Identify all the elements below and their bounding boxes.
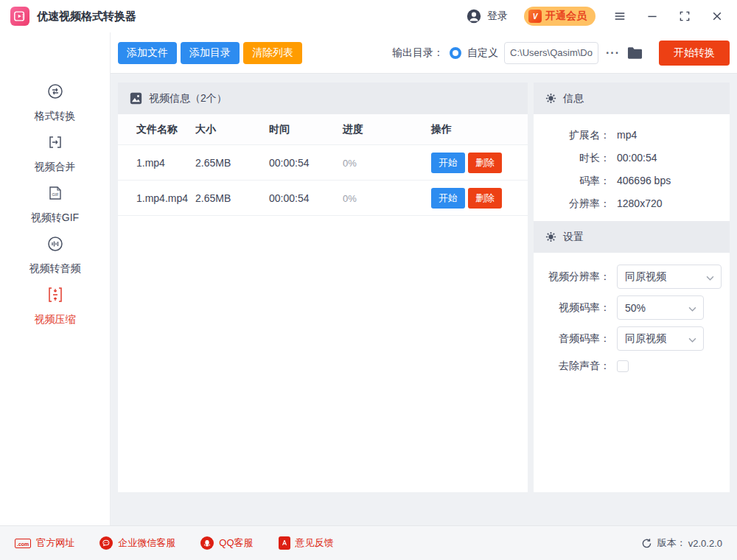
app-logo-icon bbox=[10, 7, 29, 26]
footer-link-label: 企业微信客服 bbox=[118, 536, 175, 550]
sidebar-item-video-to-gif[interactable]: GIF 视频转GIF bbox=[0, 184, 110, 225]
setting-remove-audio: 去除声音： bbox=[534, 360, 730, 373]
remove-audio-checkbox[interactable] bbox=[617, 360, 629, 372]
file-list-panel: 视频信息（2个） 文件名称 大小 时间 进度 操作 1.mp4 2.65MB 0… bbox=[118, 83, 528, 492]
sidebar-item-video-to-audio[interactable]: 视频转音频 bbox=[0, 235, 110, 276]
feedback-link[interactable]: 意见反馈 bbox=[279, 536, 334, 550]
video-to-gif-icon: GIF bbox=[46, 184, 64, 205]
app-title: 优速视频格式转换器 bbox=[37, 10, 136, 24]
more-options-button[interactable]: ··· bbox=[604, 46, 621, 60]
col-time: 时间 bbox=[269, 123, 343, 136]
chevron-down-icon bbox=[688, 302, 696, 314]
info-row-bitrate: 码率： 406696 bps bbox=[534, 169, 730, 192]
file-time: 00:00:54 bbox=[269, 157, 343, 169]
table-row[interactable]: 1.mp4 2.65MB 00:00:54 0% 开始 删除 bbox=[118, 145, 528, 181]
custom-radio[interactable] bbox=[450, 47, 461, 59]
titlebar-right: 登录 V 开通会员 bbox=[466, 7, 725, 26]
login-button[interactable]: 登录 bbox=[466, 8, 508, 24]
field-value: 1280x720 bbox=[617, 192, 663, 215]
footer-link-label: 意见反馈 bbox=[296, 536, 334, 550]
progress-cell: 0% bbox=[343, 157, 431, 169]
resolution-select[interactable]: 同原视频 bbox=[617, 265, 722, 289]
setting-video-bitrate: 视频码率： 50% bbox=[534, 295, 730, 320]
video-bitrate-select[interactable]: 50% bbox=[617, 295, 704, 320]
wechat-icon bbox=[99, 536, 113, 550]
custom-radio-label: 自定义 bbox=[467, 46, 498, 60]
version-label: 版本： bbox=[657, 536, 686, 550]
sidebar-item-label: 视频合并 bbox=[35, 161, 76, 174]
info-row-duration: 时长： 00:00:54 bbox=[534, 147, 730, 169]
file-panel-header: 视频信息（2个） bbox=[118, 83, 528, 114]
output-dir-label: 输出目录： bbox=[392, 46, 444, 60]
info-panel-title: 信息 bbox=[563, 92, 584, 105]
sidebar-item-video-merge[interactable]: 视频合并 bbox=[0, 133, 110, 174]
file-size: 2.65MB bbox=[195, 192, 269, 204]
progress-value: 0% bbox=[343, 158, 357, 169]
col-progress: 进度 bbox=[343, 123, 431, 136]
info-panel-header: 信息 bbox=[534, 83, 730, 114]
maximize-button[interactable] bbox=[677, 8, 693, 24]
refresh-icon[interactable] bbox=[641, 538, 652, 549]
setting-label: 去除声音： bbox=[534, 360, 610, 373]
field-label: 时长： bbox=[534, 147, 610, 169]
settings-panel-title: 设置 bbox=[563, 231, 584, 244]
row-actions: 开始 删除 bbox=[431, 153, 528, 173]
main-area: 添加文件 添加目录 清除列表 输出目录： 自定义 ··· 开始转换 bbox=[111, 32, 737, 525]
row-delete-button[interactable]: 删除 bbox=[468, 188, 502, 209]
video-compress-icon bbox=[46, 286, 64, 307]
minimize-button[interactable] bbox=[644, 8, 660, 24]
footer-link-label: 官方网址 bbox=[36, 536, 74, 550]
svg-text:GIF: GIF bbox=[52, 192, 59, 197]
table-header-row: 文件名称 大小 时间 进度 操作 bbox=[118, 114, 528, 145]
vip-icon: V bbox=[528, 10, 542, 23]
add-file-button[interactable]: 添加文件 bbox=[118, 42, 177, 64]
footer-link-label: QQ客服 bbox=[219, 536, 253, 550]
chevron-down-icon bbox=[706, 271, 714, 283]
info-row-extension: 扩展名： mp4 bbox=[534, 124, 730, 147]
info-fields: 扩展名： mp4 时长： 00:00:54 码率： 406696 bps 分 bbox=[534, 114, 730, 221]
footer: .com 官方网址 企业微信客服 QQ客服 意见反馈 bbox=[0, 525, 737, 560]
setting-resolution: 视频分辨率： 同原视频 bbox=[534, 265, 730, 289]
row-start-button[interactable]: 开始 bbox=[431, 188, 465, 209]
settings-panel-header: 设置 bbox=[534, 221, 730, 253]
sidebar-item-label: 视频转音频 bbox=[29, 262, 81, 276]
audio-bitrate-select[interactable]: 同原视频 bbox=[617, 326, 704, 351]
setting-label: 视频分辨率： bbox=[534, 270, 610, 284]
file-panel-title: 视频信息（2个） bbox=[149, 92, 227, 105]
close-button[interactable] bbox=[709, 8, 725, 24]
add-dir-button[interactable]: 添加目录 bbox=[181, 42, 240, 64]
clear-list-button[interactable]: 清除列表 bbox=[243, 42, 302, 64]
folder-icon[interactable] bbox=[627, 46, 643, 60]
footer-links: .com 官方网址 企业微信客服 QQ客服 意见反馈 bbox=[15, 536, 334, 550]
selected-value: 50% bbox=[625, 302, 646, 314]
wechat-support-link[interactable]: 企业微信客服 bbox=[99, 536, 175, 550]
setting-label: 音频码率： bbox=[534, 332, 610, 346]
table-row[interactable]: 1.mp4.mp4 2.65MB 00:00:54 0% 开始 删除 bbox=[118, 181, 528, 216]
gear-icon bbox=[545, 93, 556, 104]
progress-value: 0% bbox=[343, 193, 357, 204]
toolbar: 添加文件 添加目录 清除列表 输出目录： 自定义 ··· 开始转换 bbox=[111, 32, 737, 74]
row-delete-button[interactable]: 删除 bbox=[468, 153, 502, 173]
menu-button[interactable] bbox=[612, 8, 628, 24]
login-label: 登录 bbox=[487, 10, 508, 23]
titlebar-left: 优速视频格式转换器 bbox=[10, 7, 136, 26]
col-file-name: 文件名称 bbox=[118, 123, 195, 136]
vip-label: 开通会员 bbox=[545, 10, 587, 23]
official-site-link[interactable]: .com 官方网址 bbox=[15, 536, 74, 550]
start-convert-button[interactable]: 开始转换 bbox=[659, 41, 730, 66]
sidebar-item-label: 视频压缩 bbox=[35, 313, 76, 326]
version-value: v2.0.2.0 bbox=[688, 538, 722, 549]
output-dir-group: 输出目录： 自定义 ··· 开始转换 bbox=[392, 41, 730, 66]
sidebar-item-video-compress[interactable]: 视频压缩 bbox=[0, 286, 110, 326]
vip-button[interactable]: V 开通会员 bbox=[524, 7, 595, 26]
field-value: mp4 bbox=[617, 124, 637, 147]
col-actions: 操作 bbox=[431, 123, 528, 136]
output-path-input[interactable] bbox=[504, 42, 598, 64]
qq-support-link[interactable]: QQ客服 bbox=[200, 536, 253, 550]
user-avatar-icon bbox=[466, 8, 482, 24]
format-convert-icon bbox=[46, 83, 64, 103]
sidebar-item-format-convert[interactable]: 格式转换 bbox=[0, 83, 110, 123]
file-name: 1.mp4.mp4 bbox=[118, 192, 195, 204]
row-start-button[interactable]: 开始 bbox=[431, 153, 465, 173]
video-info-icon bbox=[130, 92, 142, 105]
